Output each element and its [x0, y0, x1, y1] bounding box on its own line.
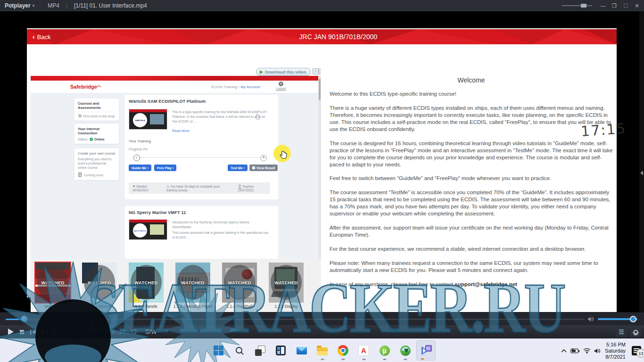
site-body: Courses and Assessments Find more in the…	[31, 93, 321, 259]
stop-button[interactable]	[16, 327, 27, 337]
play-button[interactable]	[5, 327, 16, 337]
lesson-thumb-menus[interactable]: WATCHED	[82, 263, 117, 303]
eject-button[interactable]	[50, 327, 61, 337]
fullscreen-button[interactable]: ⛶	[620, 1, 631, 10]
sidebar-card-courses: Courses and Assessments Find more in the…	[74, 99, 119, 121]
mail-button[interactable]	[292, 340, 311, 361]
create-card-text: Everything you need to build a professio…	[78, 157, 116, 170]
battery-icon[interactable]	[570, 348, 580, 354]
utorrent-button[interactable]: µ	[375, 340, 394, 361]
utorrent-icon: µ	[380, 346, 390, 356]
guide-me-button[interactable]: Guide Me ›	[129, 165, 151, 171]
course2-thumbnail[interactable]: Sperry Marine	[129, 219, 167, 240]
status-value: Online	[94, 138, 105, 141]
playlist-button[interactable]	[616, 327, 627, 337]
playlist-edge-strip	[639, 11, 644, 312]
started-date: Started: 24/06/2021	[132, 185, 149, 192]
notification-center-button[interactable]: 13	[632, 346, 641, 355]
tray-speaker-icon[interactable]	[594, 348, 602, 354]
logout-label: Logout	[272, 87, 289, 90]
search-icon	[235, 346, 244, 355]
start-button[interactable]	[209, 340, 228, 361]
logout-icon: ✕	[279, 82, 283, 86]
titlebar: Potplayer ▾ MP4 | [1/11] 01. User Interf…	[0, 0, 644, 11]
lesson-thumb-welcome[interactable]: WATCHED	[35, 263, 70, 303]
video-display[interactable]: ‹ Back JRC JAN 901B/701B/2000 Download t…	[0, 11, 644, 312]
maximize-button[interactable]: ❒	[609, 1, 619, 10]
hand-cursor-icon	[280, 151, 287, 159]
download-help-button[interactable]: ?	[313, 68, 319, 74]
course1-thumbnail[interactable]: WÄRTSILÄ	[129, 109, 167, 130]
progress-start-check-icon: ✓	[133, 155, 140, 161]
decoder-badge: S/W	[146, 329, 157, 335]
acrobat-icon: A	[358, 345, 369, 356]
widgets-button[interactable]	[271, 340, 290, 361]
potplayer-taskbar-button[interactable]	[416, 340, 436, 361]
training-info-bar: ⚑ Started: 24/06/2021 ◷ You have 16 days…	[129, 182, 270, 194]
read-more-link[interactable]: Read More	[172, 129, 190, 133]
mail-icon	[297, 347, 307, 354]
acrobat-button[interactable]: A	[354, 340, 373, 361]
logout-button[interactable]: ✕ Logout	[272, 82, 289, 90]
wifi-icon[interactable]	[583, 348, 591, 354]
days-clock-icon: ◷	[166, 185, 169, 188]
cart-icon	[78, 114, 82, 118]
task-view-button[interactable]	[250, 340, 270, 361]
taskbar: A µ	[0, 338, 644, 362]
connection-card-title: Your Internet Connection	[78, 127, 116, 135]
previous-button[interactable]	[27, 327, 39, 337]
tray-clock[interactable]: 5:16 PM Saturday 8/7/2021	[605, 342, 626, 360]
tray-chevron-icon[interactable]	[561, 348, 567, 353]
playlist-toggle-arrow-icon[interactable]	[640, 171, 643, 175]
tray-date: 8/7/2021	[605, 354, 626, 360]
watched-overlay: WATCHED	[131, 265, 162, 300]
expires-hourglass-icon: ⌛	[238, 185, 242, 188]
test-me-button[interactable]: Test Me ›	[228, 165, 248, 171]
next-button[interactable]	[39, 327, 50, 337]
speaker-icon[interactable]	[587, 316, 595, 322]
seek-bar[interactable]	[6, 319, 585, 320]
sidebar-card-connection: Your Internet Connection Status: ✓ Onlin…	[74, 124, 119, 144]
breadcrumb-section[interactable]: ECDIS Training	[211, 85, 237, 89]
lesson-thumb-trackball[interactable]: WATCHED	[222, 263, 257, 303]
seek-handle[interactable]	[21, 315, 28, 322]
app-menu-caret-icon[interactable]: ▾	[33, 3, 35, 8]
view-result-button[interactable]: View Result	[249, 165, 278, 171]
close-button[interactable]: ✕	[632, 1, 642, 10]
lesson-thumb-panels[interactable]: WATCHED	[129, 263, 164, 303]
safebridge-logo[interactable]: Safebridge◠	[70, 84, 101, 90]
idm-icon	[400, 346, 411, 356]
view-result-icon	[252, 166, 255, 169]
app-menu[interactable]: Potplayer	[5, 2, 31, 9]
settings-button[interactable]	[630, 327, 641, 337]
titlebar-slider[interactable]	[562, 5, 592, 6]
search-button[interactable]	[230, 340, 249, 361]
welcome-paragraph: The course assessment “TestMe” is access…	[330, 189, 613, 217]
lesson-thumb-display[interactable]: WATCHED	[269, 263, 304, 303]
courses-card-title: Courses and Assessments	[78, 101, 116, 110]
logo-swirl-icon: ◠	[97, 84, 101, 90]
free-play-button[interactable]: Free Play ›	[154, 165, 176, 171]
volume-slider[interactable]	[598, 318, 637, 320]
progress-track	[137, 157, 259, 158]
chrome-button[interactable]	[333, 340, 353, 361]
volume-handle[interactable]	[630, 316, 636, 322]
welcome-paragraph: For the best course experience, we recom…	[330, 246, 613, 253]
handwritten-timestamp: 17:15	[580, 120, 627, 140]
tray-time: 5:16 PM	[605, 342, 626, 348]
minimize-button[interactable]: —	[598, 1, 608, 10]
progress-label: Progress 0%	[129, 148, 148, 151]
ghost-hand-cursor-icon	[255, 114, 260, 120]
lesson-thumb-operation-panel[interactable]: WATCHED	[175, 263, 210, 303]
file-explorer-button[interactable]	[313, 340, 332, 361]
video-frame: ‹ Back JRC JAN 901B/701B/2000 Download t…	[27, 28, 617, 297]
course2-description-1: Introduction to the Northrop Grumman Spe…	[172, 220, 269, 230]
breadcrumb-page[interactable]: My Account	[240, 85, 260, 89]
shop-link[interactable]: Find more in the shop	[78, 114, 116, 118]
idm-button[interactable]	[396, 340, 415, 361]
welcome-paragraph: Feel free to switch between “GuideMe” an…	[330, 175, 613, 182]
potplayer-icon	[421, 345, 432, 356]
screen: Potplayer ▾ MP4 | [1/11] 01. User Interf…	[0, 0, 644, 362]
watched-overlay: WATCHED	[37, 265, 68, 300]
download-video-button[interactable]: Download this video	[256, 68, 311, 76]
